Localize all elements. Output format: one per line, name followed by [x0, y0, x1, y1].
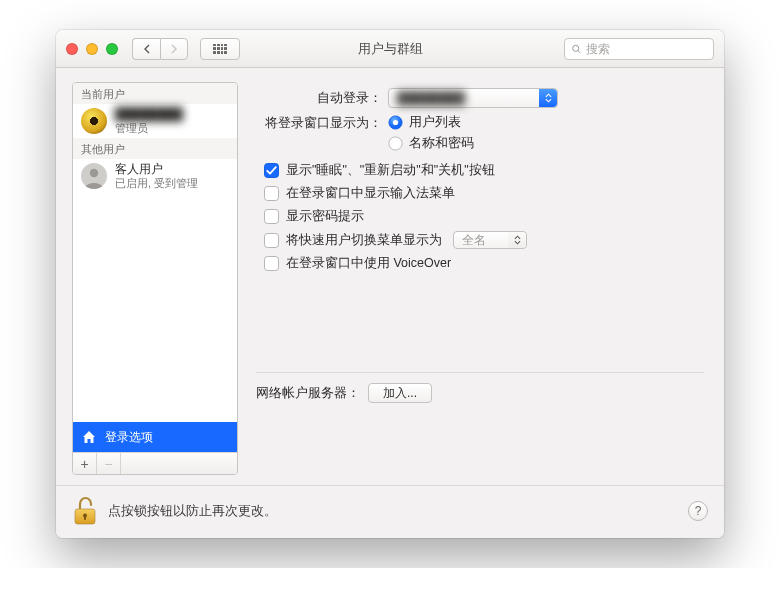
footer: 点按锁按钮以防止再次更改。 ? [56, 485, 724, 538]
chk-voiceover[interactable]: 在登录窗口中使用 VoiceOver [264, 255, 704, 272]
svg-point-4 [393, 120, 398, 125]
fast-user-display-popup[interactable]: 全名 [453, 231, 527, 249]
network-server-row: 网络帐户服务器： 加入... [256, 383, 704, 403]
auto-login-label: 自动登录： [256, 90, 388, 107]
checkbox-unchecked-icon [264, 209, 279, 224]
chk-password-hint[interactable]: 显示密码提示 [264, 208, 704, 225]
chk-fast-user-label: 将快速用户切换菜单显示为 [286, 232, 442, 249]
user-info: ████████ 管理员 [115, 108, 183, 134]
svg-point-5 [389, 137, 402, 150]
user-role: 已启用, 受到管理 [115, 177, 198, 189]
auto-login-row: 自动登录： ████████ [256, 88, 704, 108]
radio-unchecked-icon [388, 136, 403, 151]
unlocked-lock-icon[interactable] [72, 496, 98, 526]
popup-arrows-icon [508, 232, 526, 248]
user-name: 客人用户 [115, 163, 198, 177]
chevron-right-icon [170, 44, 178, 54]
user-info: 客人用户 已启用, 受到管理 [115, 163, 198, 189]
display-as-row: 将登录窗口显示为： 用户列表 名称和密码 [256, 114, 704, 152]
minimize-window-button[interactable] [86, 43, 98, 55]
chk-password-hint-label: 显示密码提示 [286, 208, 364, 225]
chk-voiceover-label: 在登录窗口中使用 VoiceOver [286, 255, 451, 272]
zoom-window-button[interactable] [106, 43, 118, 55]
chk-sleep-label: 显示"睡眠"、"重新启动"和"关机"按钮 [286, 162, 495, 179]
network-server-label: 网络帐户服务器： [256, 385, 360, 402]
login-options-item[interactable]: 登录选项 [73, 422, 237, 452]
avatar-icon [81, 108, 107, 134]
chevron-left-icon [143, 44, 151, 54]
chk-input-menu-label: 在登录窗口中显示输入法菜单 [286, 185, 455, 202]
options-checklist: 显示"睡眠"、"重新启动"和"关机"按钮 在登录窗口中显示输入法菜单 显示密码提… [256, 162, 704, 272]
svg-rect-8 [265, 210, 279, 224]
radio-checked-icon [388, 115, 403, 130]
grid-icon [213, 44, 227, 54]
radio-user-list-label: 用户列表 [409, 114, 461, 131]
auto-login-value: ████████ [397, 91, 465, 105]
main-body: 当前用户 ████████ 管理员 其他用户 客人用户 已启用, 受到管理 [56, 68, 724, 485]
traffic-lights [66, 43, 118, 55]
nav-buttons [132, 38, 188, 60]
auto-login-popup[interactable]: ████████ [388, 88, 558, 108]
titlebar: 用户与群组 [56, 30, 724, 68]
checkbox-unchecked-icon [264, 233, 279, 248]
chk-sleep-restart-shutdown[interactable]: 显示"睡眠"、"重新启动"和"关机"按钮 [264, 162, 704, 179]
help-button[interactable]: ? [688, 501, 708, 521]
back-button[interactable] [132, 38, 160, 60]
checkbox-checked-icon [264, 163, 279, 178]
section-header-current: 当前用户 [73, 83, 237, 104]
user-name: ████████ [115, 108, 183, 122]
search-input[interactable] [586, 42, 707, 56]
login-options-label: 登录选项 [105, 429, 153, 446]
remove-user-button[interactable]: − [97, 453, 121, 474]
checkbox-unchecked-icon [264, 186, 279, 201]
svg-rect-9 [265, 233, 279, 247]
guest-user-row[interactable]: 客人用户 已启用, 受到管理 [73, 159, 237, 193]
join-button[interactable]: 加入... [368, 383, 432, 403]
radio-user-list[interactable]: 用户列表 [388, 114, 474, 131]
svg-point-2 [90, 169, 98, 177]
display-as-label: 将登录窗口显示为： [256, 114, 388, 132]
preferences-window: 用户与群组 当前用户 ████████ 管理员 其他用户 [56, 30, 724, 538]
users-sidebar: 当前用户 ████████ 管理员 其他用户 客人用户 已启用, 受到管理 [72, 82, 238, 475]
chk-fast-user-switching[interactable]: 将快速用户切换菜单显示为 全名 [264, 231, 704, 249]
svg-line-1 [578, 50, 580, 52]
popup-arrows-icon [539, 89, 557, 107]
radio-name-password-label: 名称和密码 [409, 135, 474, 152]
radio-name-password[interactable]: 名称和密码 [388, 135, 474, 152]
user-role: 管理员 [115, 122, 183, 134]
add-user-button[interactable]: + [73, 453, 97, 474]
svg-point-0 [573, 45, 579, 51]
section-header-other: 其他用户 [73, 138, 237, 159]
display-as-radio-group: 用户列表 名称和密码 [388, 114, 474, 152]
search-icon [571, 43, 582, 55]
close-window-button[interactable] [66, 43, 78, 55]
guest-avatar-icon [81, 163, 107, 189]
current-user-row[interactable]: ████████ 管理员 [73, 104, 237, 138]
footer-text: 点按锁按钮以防止再次更改。 [108, 503, 678, 520]
add-remove-bar: + − [73, 452, 237, 474]
search-field[interactable] [564, 38, 714, 60]
chk-input-menu[interactable]: 在登录窗口中显示输入法菜单 [264, 185, 704, 202]
divider [256, 372, 704, 373]
svg-rect-7 [265, 187, 279, 201]
forward-button[interactable] [160, 38, 188, 60]
svg-rect-10 [265, 257, 279, 271]
home-icon [81, 429, 97, 445]
show-all-button[interactable] [200, 38, 240, 60]
content-pane: 自动登录： ████████ 将登录窗口显示为： 用户列表 [250, 82, 708, 475]
svg-rect-13 [84, 516, 86, 520]
checkbox-unchecked-icon [264, 256, 279, 271]
fast-user-value: 全名 [462, 232, 486, 249]
